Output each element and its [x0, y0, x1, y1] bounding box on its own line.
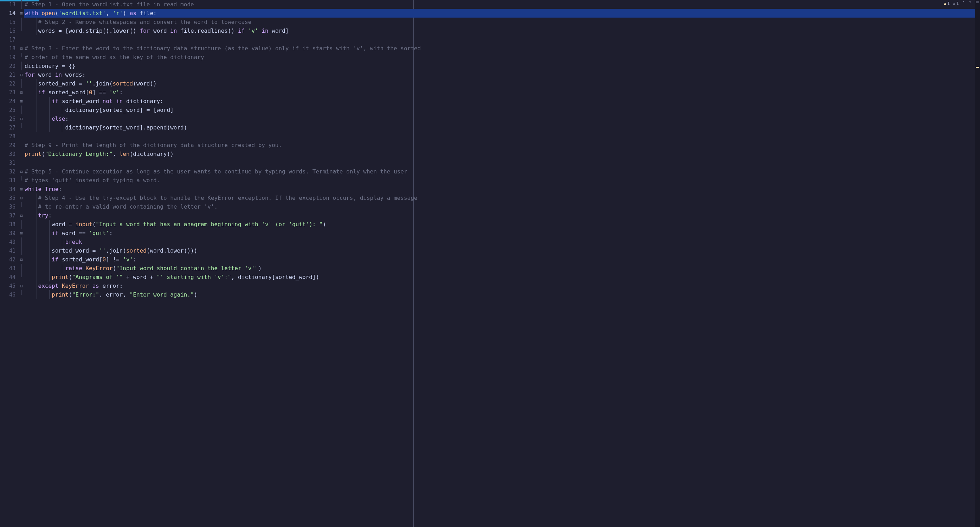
code-line[interactable]: print("Anagrams of '" + word + "' starti…: [24, 273, 980, 281]
code-line[interactable]: [24, 132, 980, 141]
line-number[interactable]: 40: [0, 238, 19, 246]
code-line[interactable]: if sorted_word[0] != 'v':: [24, 255, 980, 264]
code-line[interactable]: # Step 9 - Print the length of the dicti…: [24, 141, 980, 150]
fold-toggle-icon[interactable]: [19, 255, 24, 264]
code-token: ): [323, 221, 326, 228]
code-lines[interactable]: # Step 1 - Open the wordList.txt file in…: [24, 0, 980, 299]
line-number[interactable]: 19: [0, 53, 19, 62]
code-token: input: [76, 221, 92, 228]
scrollbar[interactable]: [975, 0, 980, 527]
code-line[interactable]: dictionary[sorted_word].append(word): [24, 123, 980, 132]
code-line[interactable]: # Step 3 - Enter the word to the diction…: [24, 44, 980, 53]
code-line[interactable]: words = [word.strip().lower() for word i…: [24, 26, 980, 35]
code-line[interactable]: while True:: [24, 185, 980, 193]
code-line[interactable]: for word in words:: [24, 70, 980, 79]
code-token: dictionary:: [126, 98, 164, 104]
line-number[interactable]: 15: [0, 18, 19, 26]
line-number[interactable]: 27: [0, 123, 19, 132]
code-line[interactable]: with open('wordList.txt', 'r') as file:: [24, 9, 980, 18]
code-line[interactable]: dictionary[sorted_word] = [word]: [24, 105, 980, 114]
code-line[interactable]: [24, 158, 980, 167]
line-number[interactable]: 36: [0, 202, 19, 211]
indent-guide: [49, 246, 49, 255]
line-number[interactable]: 23: [0, 88, 19, 97]
line-number[interactable]: 37: [0, 211, 19, 220]
code-line[interactable]: # order of the same word as the key of t…: [24, 53, 980, 62]
fold-toggle-icon[interactable]: [19, 44, 24, 53]
line-number[interactable]: 34: [0, 185, 19, 193]
line-number[interactable]: 22: [0, 79, 19, 88]
fold-toggle-icon[interactable]: [19, 229, 24, 238]
code-line[interactable]: sorted_word = ''.join(sorted(word)): [24, 79, 980, 88]
line-number[interactable]: 41: [0, 246, 19, 255]
fold-toggle-icon[interactable]: [19, 114, 24, 123]
line-number[interactable]: 28: [0, 132, 19, 141]
line-number[interactable]: 31: [0, 158, 19, 167]
line-number-gutter[interactable]: 1314151617181920212223242526272829303132…: [0, 0, 19, 527]
code-line[interactable]: # Step 5 - Continue execution as long as…: [24, 167, 980, 176]
code-token: (: [55, 10, 59, 16]
line-number[interactable]: 16: [0, 26, 19, 35]
line-number[interactable]: 35: [0, 193, 19, 202]
code-area[interactable]: # Step 1 - Open the wordList.txt file in…: [24, 0, 980, 527]
fold-gutter[interactable]: [19, 0, 24, 527]
line-number[interactable]: 30: [0, 150, 19, 158]
line-number[interactable]: 26: [0, 114, 19, 123]
code-line[interactable]: raise KeyError("Input word should contai…: [24, 264, 980, 273]
line-number[interactable]: 25: [0, 105, 19, 114]
fold-toggle-icon[interactable]: [19, 70, 24, 79]
line-number[interactable]: 32: [0, 167, 19, 176]
fold-toggle-icon[interactable]: [19, 167, 24, 176]
code-line[interactable]: if word == 'quit':: [24, 229, 980, 238]
code-line[interactable]: # Step 4 - Use the try-except block to h…: [24, 193, 980, 202]
line-number[interactable]: 33: [0, 176, 19, 185]
line-number[interactable]: 20: [0, 62, 19, 70]
line-number[interactable]: 21: [0, 70, 19, 79]
fold-toggle-icon[interactable]: [19, 97, 24, 105]
code-line[interactable]: print("Dictionary Length:", len(dictiona…: [24, 150, 980, 158]
warning-badge[interactable]: ▲1: [944, 1, 950, 6]
fold-toggle-icon[interactable]: [19, 185, 24, 193]
fold-toggle-icon[interactable]: [19, 88, 24, 97]
code-token: [25, 89, 38, 96]
code-line[interactable]: sorted_word = ''.join(sorted(word.lower(…: [24, 246, 980, 255]
line-number[interactable]: 42: [0, 255, 19, 264]
code-line[interactable]: except KeyError as error:: [24, 281, 980, 290]
fold-toggle-icon[interactable]: [19, 281, 24, 290]
line-number[interactable]: 44: [0, 273, 19, 281]
line-number[interactable]: 39: [0, 229, 19, 238]
line-number[interactable]: 45: [0, 281, 19, 290]
code-line[interactable]: if sorted_word[0] == 'v':: [24, 88, 980, 97]
code-token: [258, 27, 262, 34]
code-line[interactable]: try:: [24, 211, 980, 220]
line-number[interactable]: 17: [0, 35, 19, 44]
line-number[interactable]: 24: [0, 97, 19, 105]
code-line[interactable]: print("Error:", error, "Enter word again…: [24, 290, 980, 299]
prev-highlight-icon[interactable]: ˄: [962, 1, 966, 6]
code-token: 'v': [123, 256, 133, 263]
fold-toggle-icon[interactable]: [19, 9, 24, 18]
code-line[interactable]: [24, 35, 980, 44]
code-line[interactable]: # types 'quit' instead of typing a word.: [24, 176, 980, 185]
line-number[interactable]: 46: [0, 290, 19, 299]
line-number[interactable]: 38: [0, 220, 19, 229]
code-line[interactable]: # Step 1 - Open the wordList.txt file in…: [24, 0, 980, 9]
weak-warning-badge[interactable]: ▲1: [953, 1, 959, 6]
code-token: # Step 9 - Print the length of the dicti…: [25, 142, 282, 149]
line-number[interactable]: 18: [0, 44, 19, 53]
code-line[interactable]: word = input("Input a word that has an a…: [24, 220, 980, 229]
code-token: # Step 5 - Continue execution as long as…: [25, 168, 407, 175]
code-line[interactable]: else:: [24, 114, 980, 123]
line-number[interactable]: 14: [0, 9, 19, 18]
line-number[interactable]: 29: [0, 141, 19, 150]
scroll-warning-marker[interactable]: [976, 67, 979, 68]
fold-toggle-icon[interactable]: [19, 211, 24, 220]
fold-toggle-icon[interactable]: [19, 193, 24, 202]
code-line[interactable]: # to re-enter a valid word containing th…: [24, 202, 980, 211]
code-line[interactable]: dictionary = {}: [24, 62, 980, 70]
code-line[interactable]: if sorted_word not in dictionary:: [24, 97, 980, 105]
code-line[interactable]: break: [24, 238, 980, 246]
line-number[interactable]: 43: [0, 264, 19, 273]
code-line[interactable]: # Step 2 - Remove whitespaces and conver…: [24, 18, 980, 26]
next-highlight-icon[interactable]: ˅: [969, 1, 972, 6]
